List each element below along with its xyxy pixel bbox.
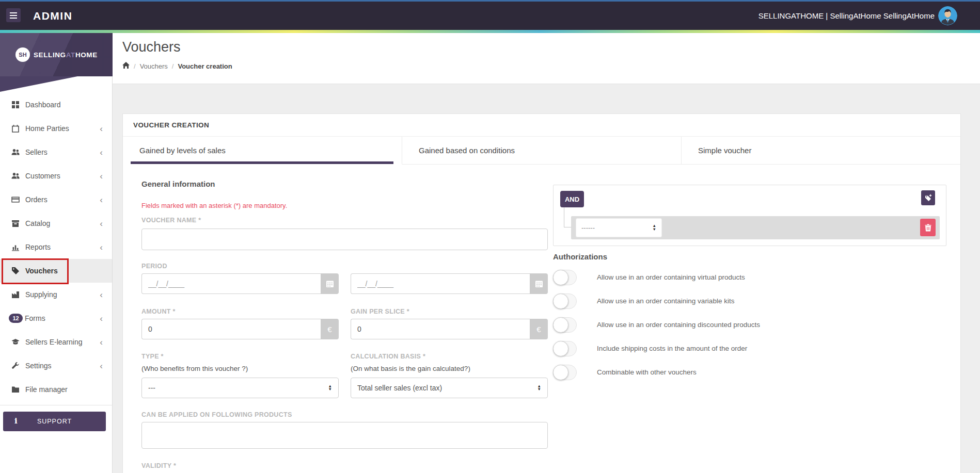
chevron-left-icon: ‹ [100, 219, 103, 228]
chevron-left-icon: ‹ [100, 362, 103, 370]
period-end-input[interactable] [351, 273, 530, 294]
authorizations-heading: Authorizations [553, 252, 607, 261]
home-icon[interactable] [122, 62, 130, 70]
brand-logo[interactable]: SH SELLINGATHOME [15, 47, 98, 62]
user-avatar[interactable] [938, 6, 957, 25]
period-label: PERIOD [141, 263, 167, 270]
calendar-addon-icon[interactable] [530, 273, 548, 294]
condition-builder-panel: AND ------ ▲▼ [553, 185, 946, 246]
auth-row-combinable: Combinable with other vouchers [553, 365, 946, 380]
calendar-addon-icon[interactable] [321, 273, 339, 294]
sidebar: SH SELLINGATHOME Dashboard Home Parties … [0, 33, 113, 473]
sidebar-item-sellers-elearning[interactable]: Sellers E-learning ‹ [0, 330, 112, 354]
select-arrows-icon: ▲▼ [538, 385, 541, 392]
sidebar-item-sellers[interactable]: Sellers ‹ [0, 140, 112, 164]
toggle-virtual-products[interactable] [553, 270, 577, 285]
sidebar-item-orders[interactable]: Orders ‹ [0, 188, 112, 211]
support-button[interactable]: i SUPPORT [3, 412, 106, 431]
amount-input[interactable] [141, 319, 321, 339]
applicable-products-label: CAN BE APPLIED ON FOLLOWING PRODUCTS [141, 411, 292, 418]
validity-label: VALIDITY * [141, 462, 176, 469]
chevron-left-icon: ‹ [100, 172, 103, 181]
sidebar-item-dashboard[interactable]: Dashboard [0, 93, 112, 117]
gain-per-slice-label: GAIN PER SLICE * [351, 308, 409, 315]
and-operator-button[interactable]: AND [560, 191, 584, 207]
chevron-left-icon: ‹ [100, 314, 103, 323]
bar-chart-icon [11, 243, 21, 251]
tab-simple-voucher[interactable]: Simple voucher [682, 137, 960, 165]
users-icon [11, 172, 21, 180]
auth-row-virtual-products: Allow use in an order containing virtual… [553, 270, 946, 285]
forms-count-badge: 12 [9, 314, 23, 323]
add-tag-button[interactable] [921, 190, 935, 205]
sidebar-divider [0, 405, 112, 405]
chevron-left-icon: ‹ [100, 124, 103, 133]
amount-label: AMOUNT * [141, 308, 176, 315]
sidebar-item-supplying[interactable]: Supplying ‹ [0, 283, 112, 306]
amount-group: € [141, 319, 339, 339]
gain-per-slice-input[interactable] [351, 319, 530, 339]
sidebar-item-home-parties[interactable]: Home Parties ‹ [0, 117, 112, 140]
condition-select[interactable]: ------ ▲▼ [576, 218, 662, 237]
toggle-variable-kits[interactable] [553, 293, 577, 309]
sidebar-menu: Dashboard Home Parties ‹ Sellers ‹ Custo… [0, 93, 112, 401]
euro-addon: € [530, 319, 548, 339]
applicable-products-input[interactable] [141, 422, 548, 449]
breadcrumb-current: Voucher creation [178, 62, 232, 70]
sidebar-item-vouchers[interactable]: Vouchers [0, 259, 112, 283]
type-hint: (Who benefits from this voucher ?) [141, 365, 248, 372]
calculation-basis-select[interactable]: Total seller sales (excl tax) ▲▼ [351, 378, 548, 398]
app-brand: ADMIN [33, 2, 72, 30]
chevron-left-icon: ‹ [100, 195, 103, 204]
sidebar-item-catalog[interactable]: Catalog ‹ [0, 211, 112, 235]
sidebar-toggle-button[interactable] [6, 8, 21, 22]
general-information-heading: General information [141, 180, 215, 188]
mandatory-note: Fields marked with an asterisk (*) are m… [141, 202, 287, 209]
toggle-shipping-costs[interactable] [553, 341, 577, 356]
period-start-input[interactable] [141, 273, 321, 294]
user-menu-label[interactable]: SELLINGATHOME | SellingAtHome SellingAtH… [758, 2, 935, 30]
period-start-group [141, 273, 339, 294]
sidebar-item-file-manager[interactable]: File manager [0, 378, 112, 401]
condition-connector-line [564, 206, 572, 227]
sidebar-logo-banner: SH SELLINGATHOME [0, 33, 113, 76]
tag-icon [11, 267, 21, 275]
tab-gained-by-conditions[interactable]: Gained based on conditions [402, 137, 682, 165]
voucher-creation-card: VOUCHER CREATION Gained by levels of sal… [122, 113, 961, 473]
toggle-combinable[interactable] [553, 365, 577, 380]
euro-addon: € [321, 319, 339, 339]
sidebar-item-reports[interactable]: Reports ‹ [0, 235, 112, 259]
dashboard-icon [11, 101, 21, 109]
card-title: VOUCHER CREATION [133, 121, 209, 129]
sidebar-item-customers[interactable]: Customers ‹ [0, 164, 112, 188]
wrench-icon [11, 362, 21, 370]
graduation-cap-icon [11, 338, 21, 346]
credit-card-icon [11, 195, 21, 204]
calculation-basis-hint: (On what basis is the gain calculated?) [351, 365, 470, 372]
main-content: Vouchers / Vouchers / Voucher creation V… [113, 33, 980, 473]
delete-condition-button[interactable] [920, 219, 936, 236]
page-header: Vouchers / Vouchers / Voucher creation [113, 33, 980, 84]
chevron-left-icon: ‹ [100, 338, 103, 347]
select-arrows-icon: ▲▼ [328, 385, 332, 392]
voucher-type-tabs: Gained by levels of sales Gained based o… [123, 136, 960, 165]
sidebar-item-forms[interactable]: 12 Forms ‹ [0, 306, 112, 330]
type-select[interactable]: --- ▲▼ [141, 378, 339, 398]
logo-badge: SH [15, 47, 30, 62]
industry-icon [11, 290, 21, 299]
select-arrows-icon: ▲▼ [653, 224, 656, 231]
sidebar-item-settings[interactable]: Settings ‹ [0, 354, 112, 378]
users-icon [11, 148, 21, 156]
top-navbar: ADMIN SELLINGATHOME | SellingAtHome Sell… [0, 2, 980, 30]
folder-icon [11, 385, 21, 394]
auth-row-shipping-costs: Include shipping costs in the amount of … [553, 341, 946, 356]
chevron-left-icon: ‹ [100, 148, 103, 157]
voucher-name-input[interactable] [141, 229, 548, 250]
breadcrumb-vouchers[interactable]: Vouchers [140, 62, 168, 70]
page-title: Vouchers [122, 39, 181, 55]
toggle-discounted-products[interactable] [553, 317, 577, 333]
breadcrumb: / Vouchers / Voucher creation [122, 62, 232, 70]
logo-text: SELLINGATHOME [34, 51, 98, 59]
period-end-group [351, 273, 548, 294]
tab-gained-by-levels[interactable]: Gained by levels of sales [123, 137, 402, 165]
